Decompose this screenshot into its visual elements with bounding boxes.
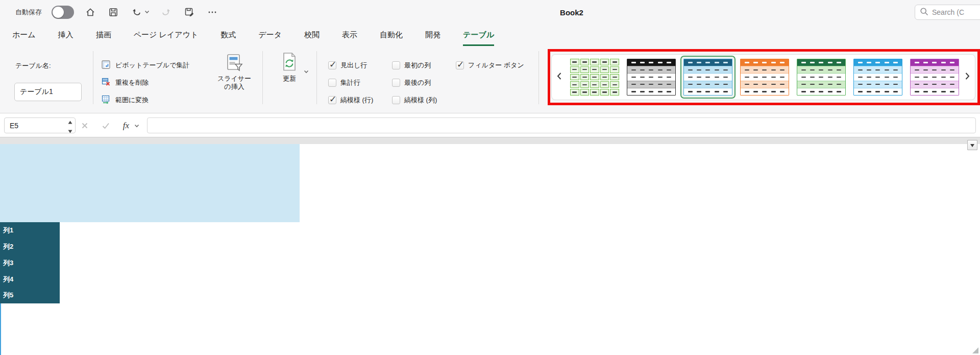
- insert-function-button[interactable]: fx: [119, 117, 133, 133]
- table-banded-row: [0, 160, 300, 176]
- document-title: Book2: [531, 0, 612, 25]
- table-style-blue-medium-current-selected[interactable]: [683, 59, 732, 96]
- more-commands-icon[interactable]: [206, 6, 219, 19]
- search-icon: [920, 7, 928, 17]
- table-style-dark-banded[interactable]: [627, 59, 676, 96]
- ribbon-tab[interactable]: 表示: [342, 25, 357, 46]
- checkbox-unchecked[interactable]: [392, 79, 400, 87]
- button-label: 重複を削除: [115, 78, 149, 87]
- ribbon: テーブル名: ピボットテーブルで集計重複を削除範囲に変換 スライサー の挿入 更…: [0, 46, 980, 113]
- filter-button[interactable]: [967, 140, 977, 150]
- formula-input[interactable]: [147, 117, 976, 133]
- table-header-cell: 列5: [0, 287, 60, 303]
- gallery-scroll-right[interactable]: [960, 55, 975, 100]
- checkbox-unchecked[interactable]: [392, 96, 400, 104]
- style-thumbnail: [797, 59, 846, 96]
- checkbox-縞模様 (列)[interactable]: 縞模様 (列): [392, 96, 437, 105]
- table-banded-row: [0, 144, 300, 160]
- title-bar: 自動保存 Book2 Search (C: [0, 0, 980, 25]
- button-label: ピボットテーブルで集計: [115, 61, 189, 70]
- ribbon-tab[interactable]: 校閲: [304, 25, 320, 46]
- pivot-table-button[interactable]: ピボットテーブルで集計: [101, 59, 189, 72]
- ribbon-tab[interactable]: 数式: [220, 25, 236, 46]
- ribbon-tab[interactable]: 描画: [96, 25, 111, 46]
- table-header-cell: 列3: [0, 255, 60, 271]
- checkbox-最初の列[interactable]: 最初の列: [392, 61, 431, 70]
- button-label: 範囲に変換: [115, 96, 149, 105]
- gallery-scroll-left[interactable]: [552, 55, 567, 100]
- cell-reference: E5: [10, 122, 18, 130]
- checkbox-checked[interactable]: [328, 61, 336, 69]
- undo-button[interactable]: [130, 6, 150, 19]
- autosave-toggle[interactable]: [52, 6, 74, 19]
- group-divider: [538, 51, 539, 104]
- checkbox-集計行[interactable]: 集計行: [328, 78, 360, 87]
- pivot-table-icon: [101, 60, 111, 71]
- table-style-light-green-grid[interactable]: [570, 59, 619, 96]
- table-right-border: [0, 303, 1, 355]
- style-thumbnail: [910, 59, 959, 96]
- convert-range-button[interactable]: 範囲に変換: [101, 93, 189, 107]
- checkbox-checked[interactable]: [328, 96, 336, 104]
- name-box-stepper[interactable]: [68, 118, 72, 134]
- ribbon-tab[interactable]: 開発: [425, 25, 440, 46]
- table-style-purple-banded[interactable]: [910, 59, 959, 96]
- table-style-cyan-banded[interactable]: [853, 59, 902, 96]
- checkbox-フィルター ボタン[interactable]: フィルター ボタン: [456, 61, 524, 70]
- redo-icon: [160, 6, 173, 19]
- undo-icon[interactable]: [130, 6, 143, 19]
- stepper-up-icon[interactable]: [68, 117, 72, 126]
- style-thumbnail: [853, 59, 902, 96]
- checkbox-最後の列[interactable]: 最後の列: [392, 78, 431, 87]
- home-icon[interactable]: [84, 6, 97, 19]
- undo-chevron-icon[interactable]: [144, 8, 150, 17]
- ribbon-tab[interactable]: ホーム: [12, 25, 36, 46]
- refresh-icon: [279, 51, 300, 75]
- table-name-input[interactable]: [14, 83, 82, 101]
- group-divider: [93, 51, 93, 104]
- style-thumbnail: [683, 59, 732, 96]
- table-banded-row: [0, 175, 300, 191]
- search-placeholder: Search (C: [932, 8, 964, 16]
- table-styles-gallery: [551, 54, 975, 100]
- table-tools-group: ピボットテーブルで集計重複を削除範囲に変換: [101, 59, 189, 107]
- search-input[interactable]: Search (C: [915, 5, 980, 20]
- checkbox-unchecked[interactable]: [328, 79, 336, 87]
- checkbox-縞模様 (行)[interactable]: 縞模様 (行): [328, 96, 373, 105]
- table-style-orange-banded[interactable]: [740, 59, 789, 96]
- style-thumbnail: [740, 59, 789, 96]
- refresh-label: 更新: [283, 75, 296, 83]
- save-as-icon[interactable]: [183, 6, 196, 19]
- refresh-button[interactable]: 更新: [267, 51, 311, 83]
- checkbox-unchecked[interactable]: [392, 61, 400, 69]
- ribbon-tab[interactable]: 自動化: [380, 25, 403, 46]
- enter-check-icon[interactable]: [99, 117, 113, 133]
- checkbox-checked[interactable]: [456, 61, 464, 69]
- filter-dropdown-icon: [970, 144, 974, 147]
- refresh-chevron-icon[interactable]: [303, 67, 309, 77]
- table-header-cell: 列4: [0, 271, 60, 288]
- table-banded-row: [0, 191, 300, 207]
- checkbox-label: フィルター ボタン: [468, 61, 524, 70]
- stepper-down-icon[interactable]: [68, 127, 72, 135]
- cancel-icon[interactable]: [78, 117, 92, 133]
- ribbon-tab[interactable]: ページ レイアウト: [134, 25, 199, 46]
- checkbox-label: 集計行: [340, 78, 360, 87]
- slicer-icon: [225, 53, 244, 75]
- remove-duplicates-button[interactable]: 重複を削除: [101, 76, 189, 89]
- fx-chevron-icon[interactable]: [132, 117, 142, 133]
- ribbon-tab-active[interactable]: テーブル: [463, 25, 494, 46]
- name-box[interactable]: E5: [4, 117, 76, 133]
- checkbox-label: 最後の列: [404, 78, 431, 87]
- save-icon[interactable]: [107, 6, 120, 19]
- insert-slicer-button[interactable]: スライサー の挿入: [211, 53, 258, 91]
- autosave-label: 自動保存: [15, 8, 42, 17]
- table-style-green-banded[interactable]: [797, 59, 846, 96]
- corner-triangle-icon: [972, 347, 978, 353]
- ribbon-tab[interactable]: 挿入: [58, 25, 74, 46]
- ribbon-tab[interactable]: データ: [258, 25, 282, 46]
- toggle-knob: [53, 7, 64, 18]
- table-header-cell: 列2: [0, 239, 60, 255]
- chevron-right-icon: [964, 72, 971, 83]
- checkbox-見出し行[interactable]: 見出し行: [328, 61, 367, 70]
